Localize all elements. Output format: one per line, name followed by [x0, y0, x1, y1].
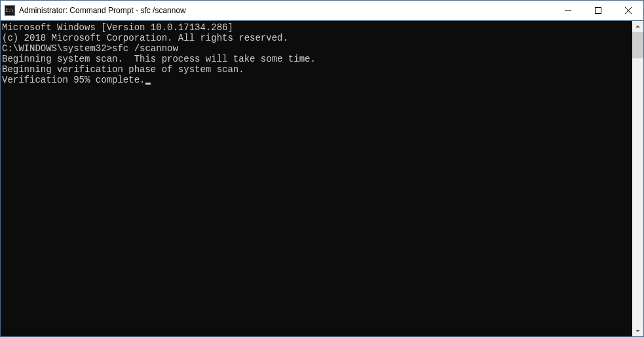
- cursor: [145, 83, 151, 85]
- scroll-track[interactable]: [632, 32, 643, 325]
- output-line: (c) 2018 Microsoft Corporation. All righ…: [2, 33, 632, 43]
- minimize-button[interactable]: [553, 1, 583, 20]
- chevron-up-icon: [635, 24, 640, 29]
- scroll-thumb[interactable]: [632, 32, 643, 58]
- titlebar[interactable]: C:\ Administrator: Command Prompt - sfc …: [1, 1, 643, 20]
- maximize-icon: [595, 7, 601, 14]
- window-title: Administrator: Command Prompt - sfc /sca…: [19, 6, 553, 15]
- terminal-output[interactable]: Microsoft Windows [Version 10.0.17134.28…: [1, 21, 632, 336]
- output-line: Beginning system scan. This process will…: [2, 54, 632, 64]
- svg-rect-1: [596, 7, 601, 13]
- output-line: C:\WINDOWS\system32>sfc /scannow: [2, 43, 632, 54]
- window-controls: [553, 1, 643, 20]
- output-line: Microsoft Windows [Version 10.0.17134.28…: [2, 22, 632, 33]
- vertical-scrollbar[interactable]: [632, 21, 643, 336]
- output-line: Verification 95% complete.: [2, 75, 632, 85]
- command-prompt-window: C:\ Administrator: Command Prompt - sfc …: [0, 0, 644, 337]
- output-line: Beginning verification phase of system s…: [2, 64, 632, 75]
- progress-text: Verification 95% complete.: [2, 75, 145, 85]
- maximize-button[interactable]: [583, 1, 613, 20]
- scroll-down-button[interactable]: [632, 325, 643, 336]
- content-area: Microsoft Windows [Version 10.0.17134.28…: [1, 20, 643, 336]
- cmd-icon: C:\: [5, 5, 15, 16]
- scroll-up-button[interactable]: [632, 21, 643, 32]
- chevron-down-icon: [635, 328, 640, 333]
- minimize-icon: [565, 7, 571, 14]
- close-icon: [625, 7, 632, 14]
- close-button[interactable]: [613, 1, 643, 20]
